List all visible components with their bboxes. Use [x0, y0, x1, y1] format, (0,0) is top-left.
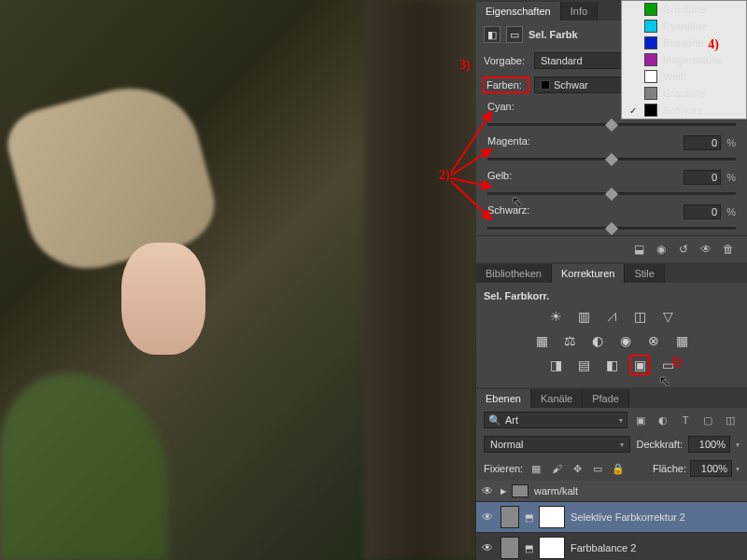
- layer-name: warm/kalt: [534, 485, 578, 497]
- slider-handle[interactable]: [605, 222, 618, 235]
- lock-position-icon[interactable]: ✥: [568, 460, 586, 477]
- adjustments-row3: ◨ ▤ ◧ ▣ ▭: [484, 356, 740, 374]
- link-icon[interactable]: ⬒: [525, 512, 533, 523]
- slider-handle[interactable]: [605, 188, 618, 201]
- slider-value-input[interactable]: [684, 170, 721, 185]
- svg-line-2: [451, 178, 491, 187]
- mask-thumb: [539, 537, 565, 559]
- lock-transparency-icon[interactable]: ▦: [527, 460, 545, 477]
- color-option-magentatöne[interactable]: Magentatöne: [622, 51, 746, 68]
- bw-icon[interactable]: ◐: [588, 331, 607, 350]
- slider-track[interactable]: [487, 153, 736, 164]
- trash-icon[interactable]: 🗑: [719, 242, 738, 257]
- layer-item[interactable]: 👁⬒Farbbalance 2: [476, 533, 747, 560]
- lock-fill-row: Fixieren: ▦ 🖌 ✥ ▭ 🔒 Fläche: 100% ▾: [476, 456, 747, 481]
- lock-all-icon[interactable]: 🔒: [609, 460, 627, 477]
- chevron-down-icon[interactable]: ▾: [736, 441, 740, 449]
- svg-line-3: [451, 181, 491, 219]
- color-option-blautöne[interactable]: Blautöne: [622, 35, 746, 51]
- chevron-down-icon: ▾: [620, 441, 624, 449]
- color-option-cyantöne[interactable]: Cyantöne: [622, 18, 746, 35]
- color-option-schwarz[interactable]: ✓Schwarz: [622, 102, 746, 119]
- annotation-3: 3): [459, 58, 471, 73]
- brightness-icon[interactable]: ☀: [546, 307, 565, 326]
- tab-pfade[interactable]: Pfade: [583, 389, 629, 408]
- disclosure-icon[interactable]: ▶: [500, 487, 506, 496]
- search-icon: 🔍: [488, 414, 501, 427]
- color-option-grautöne[interactable]: Grautöne: [622, 85, 746, 102]
- tab-stile[interactable]: Stile: [625, 264, 664, 283]
- slider-track[interactable]: [487, 188, 736, 199]
- exposure-icon[interactable]: ◫: [630, 307, 649, 326]
- slider-handle[interactable]: [605, 119, 618, 132]
- layer-item[interactable]: 👁▶warm/kalt: [476, 481, 747, 502]
- vibrance-icon[interactable]: ▽: [658, 307, 677, 326]
- chevron-down-icon: ▾: [619, 416, 623, 425]
- color-option-grüntöne[interactable]: Grüntöne: [622, 1, 746, 18]
- photofilter-icon[interactable]: ◉: [616, 331, 635, 350]
- visibility-icon[interactable]: 👁: [482, 541, 495, 554]
- lut-icon[interactable]: ▦: [672, 331, 691, 350]
- chevron-down-icon[interactable]: ▾: [736, 465, 740, 473]
- layer-item[interactable]: 👁⬒Selektive Farbkorrektur 2: [476, 502, 747, 533]
- tab-info[interactable]: Info: [561, 2, 598, 21]
- color-label: Grautöne: [663, 88, 706, 99]
- channelmixer-icon[interactable]: ⊗: [644, 331, 663, 350]
- color-swatch: [644, 20, 657, 33]
- red-arrows: [446, 103, 502, 224]
- slider-track[interactable]: [487, 222, 736, 233]
- clip-icon[interactable]: ⬓: [629, 242, 648, 257]
- posterize-icon[interactable]: ▤: [574, 356, 593, 374]
- reset-icon[interactable]: ↺: [674, 242, 693, 257]
- tab-ebenen[interactable]: Ebenen: [476, 389, 531, 408]
- tab-korrekturen[interactable]: Korrekturen: [552, 264, 625, 283]
- tab-kanaele[interactable]: Kanäle: [531, 389, 583, 408]
- threshold-icon[interactable]: ◧: [602, 356, 621, 374]
- selective-color-icon[interactable]: ▣: [630, 356, 649, 374]
- filter-shape-icon[interactable]: ▢: [698, 412, 717, 428]
- filter-adj-icon[interactable]: ◐: [654, 412, 672, 428]
- color-label: Weiß: [663, 71, 686, 82]
- lock-artboard-icon[interactable]: ▭: [588, 460, 607, 477]
- slider-value-input[interactable]: [684, 204, 721, 219]
- visibility-icon[interactable]: 👁: [482, 484, 495, 497]
- filter-type-icon[interactable]: T: [676, 412, 695, 428]
- annotation-4: 4): [708, 37, 719, 52]
- percent-label: %: [726, 206, 736, 217]
- colors-label: Farben:: [484, 77, 529, 92]
- color-option-weiß[interactable]: Weiß: [622, 68, 746, 85]
- invert-icon[interactable]: ◨: [546, 356, 565, 374]
- slider-track[interactable]: [487, 119, 736, 130]
- tab-bibliotheken[interactable]: Bibliotheken: [476, 264, 552, 283]
- lock-paint-icon[interactable]: 🖌: [547, 460, 566, 477]
- tab-eigenschaften[interactable]: Eigenschaften: [476, 2, 561, 21]
- visibility-icon[interactable]: 👁: [697, 242, 715, 257]
- adjustments-title: Sel. Farbkorr.: [484, 290, 740, 301]
- cursor-icon: ↖: [512, 194, 523, 209]
- layer-filter-dropdown[interactable]: 🔍 Art ▾: [484, 412, 627, 428]
- curves-icon[interactable]: ⩘: [602, 307, 621, 326]
- blend-mode-dropdown[interactable]: Normal ▾: [484, 436, 630, 453]
- percent-label: %: [726, 137, 736, 148]
- filter-pixel-icon[interactable]: ▣: [631, 412, 650, 428]
- layers-tabs: Ebenen Kanäle Pfade: [476, 387, 747, 408]
- adjustment-icon: ◧: [484, 26, 500, 43]
- link-icon[interactable]: ⬒: [525, 543, 533, 553]
- color-label: Schwarz: [663, 105, 702, 116]
- fill-label: Fläche:: [653, 463, 686, 474]
- visibility-icon[interactable]: 👁: [482, 511, 495, 524]
- view-prev-icon[interactable]: ◉: [652, 242, 670, 257]
- colorbalance-icon[interactable]: ⚖: [560, 331, 579, 350]
- levels-icon[interactable]: ▥: [574, 307, 593, 326]
- color-label: Cyantöne: [663, 21, 707, 32]
- slider-value-input[interactable]: [684, 135, 721, 150]
- filter-smart-icon[interactable]: ◫: [721, 412, 740, 428]
- adj-thumb: [500, 506, 519, 528]
- slider-handle[interactable]: [605, 153, 618, 166]
- opacity-input[interactable]: 100%: [688, 436, 730, 453]
- adjustments-tabs: Bibliotheken Korrekturen Stile: [476, 262, 747, 283]
- fill-input[interactable]: 100%: [690, 460, 732, 477]
- canvas-image[interactable]: [0, 0, 476, 560]
- opacity-label: Deckkraft:: [636, 439, 683, 450]
- hue-icon[interactable]: ▦: [532, 331, 551, 350]
